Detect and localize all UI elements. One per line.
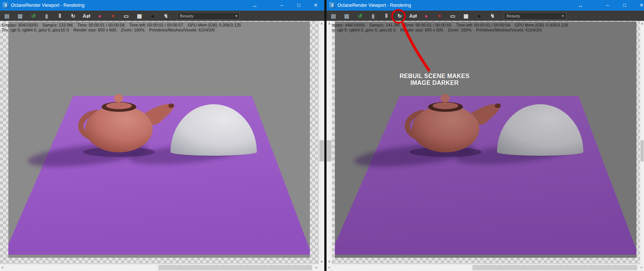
scroll-down-button[interactable]: ∨ — [319, 259, 324, 264]
horizontal-scrollbar[interactable]: < > — [0, 264, 324, 271]
titlebar[interactable]: 3 OctaneRender Viewport - Rendering ↔ – … — [0, 0, 324, 11]
render-pass-selected: Beauty — [506, 14, 520, 18]
render-statistics: Smp/px: 304/16000. Samp/s: 133.9M. Time:… — [2, 23, 241, 33]
pause-render-icon[interactable]: ‖ — [383, 12, 390, 20]
chevron-down-icon: ▾ — [562, 14, 564, 18]
toolbar-icons: ▤▥↺▮‖↻A⇄●×▭▦●↯ — [0, 12, 170, 20]
render-pass-dropdown[interactable]: Beauty ▾ — [504, 12, 566, 20]
render-viewport[interactable]: Smp/px: 448/16000. Samp/s: 141.3M. Time:… — [332, 21, 640, 264]
toolbar-icons: ▤▥↺▮‖↻A⇄●×▭▦●↯ — [327, 12, 496, 20]
annotation-line-1: REBUIL SCENE MAKES — [387, 73, 482, 80]
scroll-left-button[interactable]: < — [0, 264, 5, 271]
caption-buttons: ↔ – □ × — [246, 0, 324, 11]
copy-image-icon[interactable]: ▥ — [16, 12, 24, 20]
scroll-right-button[interactable]: > — [639, 264, 644, 271]
maximize-button[interactable]: □ — [290, 0, 307, 11]
minimize-button[interactable]: – — [599, 0, 616, 11]
minimize-button[interactable]: – — [273, 0, 290, 11]
vertical-scrollbar[interactable]: ∧ ∨ — [319, 21, 324, 264]
app-icon: 3 — [329, 2, 335, 8]
pause-render-icon[interactable]: ‖ — [56, 12, 64, 20]
horizontal-scrollbar-thumb[interactable] — [158, 265, 312, 270]
render-toolbar: ▤▥↺▮‖↻A⇄●×▭▦●↯ Beauty ▾ — [327, 11, 644, 21]
render-viewport[interactable]: Smp/px: 304/16000. Samp/s: 133.9M. Time:… — [0, 21, 319, 264]
scroll-up-button[interactable]: ∧ — [327, 21, 332, 26]
render-pass-dropdown[interactable]: Beauty ▾ — [177, 12, 240, 20]
scroll-right-button[interactable]: > — [314, 264, 319, 271]
close-button[interactable]: × — [307, 0, 324, 11]
lock-image-icon[interactable]: ▮ — [369, 12, 377, 20]
scroll-down-button[interactable]: ∨ — [327, 259, 332, 264]
right-viewport-window: 3 OctaneRender Viewport - Rendering ↔ – … — [327, 0, 644, 271]
annotation-text: REBUIL SCENE MAKES IMAGE DARKER — [387, 73, 482, 86]
maximize-button[interactable]: □ — [616, 0, 633, 11]
focus-picker-icon[interactable]: A⇄ — [409, 12, 417, 20]
status-line-2: Tex: rgb 0, rgb64 0, grey 0, grey16 0. R… — [2, 28, 241, 33]
white-balance-picker-icon[interactable]: ● — [422, 12, 430, 20]
close-button[interactable]: × — [633, 0, 644, 11]
viewport-capture-icon[interactable]: ▤ — [330, 12, 337, 20]
desktop: 3 OctaneRender Viewport - Rendering ↔ – … — [0, 0, 644, 271]
window-title: OctaneRender Viewport - Rendering — [338, 3, 411, 8]
annotation-line-2: IMAGE DARKER — [387, 80, 482, 86]
recycle-materials-icon[interactable]: ↺ — [30, 12, 37, 20]
render-region-icon[interactable]: ▭ — [122, 12, 130, 20]
render-pass-selected: Beauty — [180, 14, 194, 18]
dock-toggle-icon[interactable]: ↔ — [572, 0, 589, 11]
realtime-render-icon[interactable]: ↯ — [489, 12, 496, 20]
viewport-capture-icon[interactable]: ▤ — [3, 12, 11, 20]
render-image[interactable] — [8, 22, 310, 258]
render-toolbar: ▤▥↺▮‖↻A⇄●×▭▦●↯ Beauty ▾ — [0, 11, 324, 21]
caption-buttons: ↔ – □ × — [572, 0, 644, 11]
left-viewport-window: 3 OctaneRender Viewport - Rendering ↔ – … — [0, 0, 324, 271]
vertical-scrollbar[interactable]: ∧ — [640, 21, 644, 264]
stop-render-icon[interactable]: × — [436, 12, 443, 20]
titlebar[interactable]: 3 OctaneRender Viewport - Rendering ↔ – … — [327, 0, 644, 11]
film-settings-icon[interactable]: ▦ — [462, 12, 470, 20]
app-icon: 3 — [3, 2, 9, 8]
stop-render-icon[interactable]: × — [109, 12, 117, 20]
film-settings-icon[interactable]: ▦ — [136, 12, 143, 20]
scroll-up-button[interactable]: ∧ — [319, 21, 324, 26]
vertical-scrollbar-thumb[interactable] — [641, 140, 644, 161]
window-title: OctaneRender Viewport - Rendering — [11, 3, 84, 8]
render-region-icon[interactable]: ▭ — [449, 12, 456, 20]
annotation-arrow — [383, 21, 459, 81]
vertical-scrollbar-left[interactable]: ∧ ∨ — [327, 21, 332, 264]
rebuild-scene-icon[interactable]: ↻ — [69, 12, 77, 20]
render-image[interactable] — [335, 22, 636, 258]
recycle-materials-icon[interactable]: ↺ — [356, 12, 364, 20]
background-mode-icon[interactable]: ● — [149, 12, 156, 20]
scroll-up-button[interactable]: ∧ — [640, 21, 644, 26]
dock-toggle-icon[interactable]: ↔ — [246, 0, 263, 11]
lock-image-icon[interactable]: ▮ — [43, 12, 50, 20]
vertical-scrollbar-thumb[interactable] — [319, 140, 324, 161]
horizontal-scrollbar[interactable]: < > — [327, 264, 644, 271]
chevron-down-icon: ▾ — [235, 14, 237, 18]
copy-image-icon[interactable]: ▥ — [343, 12, 350, 20]
horizontal-scrollbar-thumb[interactable] — [472, 265, 637, 270]
status-line-1: Smp/px: 304/16000. Samp/s: 133.9M. Time:… — [2, 23, 241, 28]
realtime-render-icon[interactable]: ↯ — [162, 12, 170, 20]
background-mode-icon[interactable]: ● — [475, 12, 483, 20]
focus-picker-icon[interactable]: A⇄ — [83, 12, 90, 20]
scroll-left-button[interactable]: < — [327, 264, 332, 271]
vertical-scrollbar-thumb[interactable] — [327, 140, 331, 161]
white-balance-picker-icon[interactable]: ● — [96, 12, 103, 20]
